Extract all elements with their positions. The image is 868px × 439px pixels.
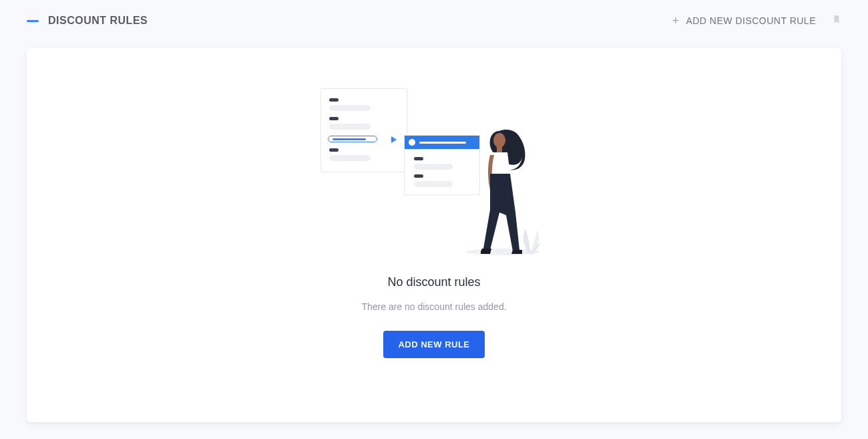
- svg-point-0: [493, 133, 505, 148]
- add-discount-rule-button[interactable]: + ADD NEW DISCOUNT RULE: [672, 15, 816, 27]
- plus-icon: +: [672, 15, 679, 27]
- bookmark-icon[interactable]: [832, 13, 841, 28]
- illustration-arrow-icon: [391, 136, 397, 143]
- add-new-rule-button[interactable]: ADD NEW RULE: [383, 331, 484, 358]
- illustration-person: [481, 126, 541, 259]
- content-card: No discount rules There are no discount …: [27, 48, 841, 422]
- illustration-card-right: [404, 135, 480, 195]
- svg-rect-1: [497, 146, 502, 152]
- empty-state-title: No discount rules: [387, 275, 480, 289]
- empty-state-subtitle: There are no discount rules added.: [361, 301, 506, 312]
- page-title-wrap: DISCOUNT RULES: [27, 15, 148, 27]
- title-accent-dash: [27, 20, 39, 22]
- header-actions: + ADD NEW DISCOUNT RULE: [672, 13, 841, 28]
- empty-state-illustration: [320, 88, 548, 255]
- illustration-card-left: [320, 88, 407, 172]
- add-discount-rule-label: ADD NEW DISCOUNT RULE: [686, 15, 816, 26]
- page-title: DISCOUNT RULES: [48, 15, 148, 27]
- page-header: DISCOUNT RULES + ADD NEW DISCOUNT RULE: [0, 0, 868, 41]
